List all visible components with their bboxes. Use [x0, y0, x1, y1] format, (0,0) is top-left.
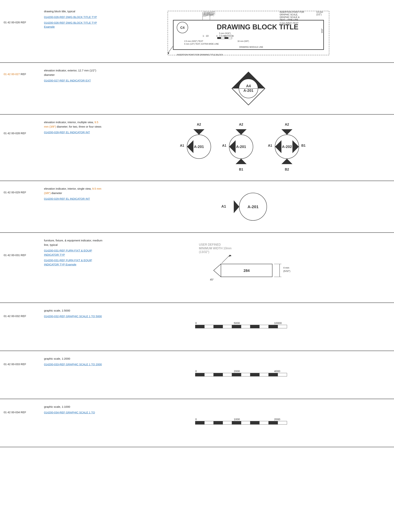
svg-text:A-201: A-201 [236, 145, 246, 149]
ref-031: 01 42 00-031 REF [4, 238, 44, 257]
desc-033: graphic scale, 1:2000 014200-033-REF GRA… [44, 356, 106, 367]
ref-028: 01 42 00-028 REF [4, 120, 44, 135]
svg-text:A2: A2 [285, 123, 289, 126]
svg-rect-92 [223, 325, 232, 328]
ref-suffix-027: REF [21, 73, 26, 76]
svg-marker-49 [193, 129, 204, 135]
desc-032: graphic scale, 1:5000 014200-032-REF GRA… [44, 309, 106, 319]
svg-rect-108 [250, 373, 259, 376]
svg-rect-94 [241, 325, 250, 328]
svg-rect-9 [228, 37, 232, 39]
svg-line-78 [222, 255, 230, 263]
orange-dim-028: 9.5 mm (3/8") [44, 121, 98, 128]
link-027-1[interactable]: 014200-027-REF EL INDICATOR EXT [44, 79, 103, 83]
svg-rect-116 [204, 421, 214, 424]
ref-text-028: 01 42 00-028 REF [4, 132, 26, 135]
svg-rect-6 [217, 37, 221, 39]
elev-int-multi-svg: A2 A1 A-201 A2 A1 A-201 [175, 120, 322, 175]
link-033-1[interactable]: 014200-033-REF GRAPHIC SCALE 1 TO 2000 [44, 362, 103, 367]
visual-029: A1 A-201 [106, 186, 390, 227]
svg-text:MINIMUM WIDTH  10mm: MINIMUM WIDTH 10mm [199, 247, 232, 250]
desc-text-028a: elevation indicator, interior, multiple … [44, 120, 103, 129]
svg-text:INSERTION POINT FOR: INSERTION POINT FOR [280, 11, 304, 13]
svg-text:B2: B2 [285, 168, 289, 171]
svg-text:1000: 1000 [234, 418, 240, 421]
desc-031: furniture, fixture, & equipment indicato… [44, 238, 106, 266]
svg-text:10000: 10000 [274, 321, 282, 325]
svg-text:A1: A1 [268, 144, 272, 147]
svg-line-36 [168, 46, 173, 53]
svg-text:2000: 2000 [274, 418, 280, 421]
svg-rect-117 [214, 421, 223, 424]
svg-text:284: 284 [244, 269, 250, 273]
svg-text:USER DEFINED: USER DEFINED [199, 243, 221, 246]
desc-text-033: graphic scale, 1:2000 [44, 356, 103, 361]
elev-ext-svg: A4 A-201 [221, 68, 276, 109]
desc-text-031: furniture, fixture, & equipment indicato… [44, 238, 103, 247]
svg-rect-115 [195, 421, 204, 424]
row-scale-5000: 01 42 00-032 REF graphic scale, 1:5000 0… [0, 303, 394, 351]
svg-text:5 mm (3/16"): 5 mm (3/16") [219, 32, 231, 34]
svg-text:A1: A1 [180, 144, 184, 147]
svg-rect-103 [204, 373, 214, 376]
link-029-1[interactable]: 014200-029-REF EL INDICATOR INT [44, 197, 103, 201]
svg-rect-91 [214, 325, 223, 328]
svg-rect-8 [225, 37, 228, 39]
svg-text:A-201: A-201 [194, 145, 204, 149]
link-031-1[interactable]: 014200-031-REF FURN FIXT & EQUIP INDICAT… [44, 249, 103, 257]
svg-marker-56 [236, 159, 247, 164]
row-scale-2000: 01 42 00-033 REF graphic scale, 1:2000 0… [0, 351, 394, 399]
svg-text:GRAPHIC SCALE,: GRAPHIC SCALE, [280, 13, 298, 16]
link-026-1[interactable]: 014200-026-REF DWG BLOCK TITLE TYP [44, 15, 103, 19]
ref-text-032: 01 42 00-032 REF [4, 314, 26, 318]
row-furn: 01 42 00-031 REF furniture, fixture, & e… [0, 233, 394, 303]
svg-text:1 : 10: 1 : 10 [202, 35, 209, 37]
visual-031: USER DEFINED MINIMUM WIDTH 10mm (13/32")… [106, 238, 390, 297]
svg-rect-98 [278, 325, 287, 328]
scale-1000-svg: 0 1000 2000 [193, 416, 303, 430]
scale-2000-svg: 0 2000 4000 [193, 367, 303, 382]
svg-text:INSERTION POINT FOR DRAWING TI: INSERTION POINT FOR DRAWING TITLE BLOCK [177, 53, 223, 56]
svg-text:4 mm: 4 mm [283, 266, 289, 269]
visual-034: 0 1000 2000 [106, 404, 390, 441]
visual-026: C4 DRAWING BLOCK TITLE 1 : 10 0 10 20 13… [106, 9, 390, 57]
ref-text-034: 01 42 00-034 REF [4, 411, 26, 414]
svg-text:C4: C4 [180, 26, 184, 30]
desc-text-034: graphic scale, 1:1000 [44, 404, 103, 409]
svg-text:(13/32"): (13/32") [199, 250, 209, 254]
svg-rect-119 [232, 421, 241, 424]
svg-text:6 mm (1/4"): 6 mm (1/4") [203, 14, 214, 16]
svg-rect-123 [269, 421, 278, 424]
svg-rect-7 [221, 37, 225, 39]
link-026-2[interactable]: 014200-026-REF DWG BLOCK TITLE TYP Examp… [44, 21, 103, 29]
svg-text:GRAPHIC SCALE &: GRAPHIC SCALE & [280, 16, 300, 19]
scale-5000-svg: 0 5000 10000 [193, 319, 303, 334]
svg-rect-93 [232, 325, 241, 328]
link-028-1[interactable]: 014200-028-REF EL INDICATOR INT [44, 130, 103, 135]
link-031-2[interactable]: 014200-031-REF FURN FIXT & EQUIP INDICAT… [44, 258, 103, 266]
link-032-1[interactable]: 014200-032-REF GRAPHIC SCALE 1 TO 5000 [44, 314, 103, 319]
svg-marker-37 [168, 52, 169, 54]
link-034-1[interactable]: 014200-034-REF GRAPHIC SCALE 1 TO [44, 410, 103, 415]
ref-prefix-027: 01 42 00-027 [4, 73, 20, 76]
svg-marker-63 [281, 129, 292, 135]
svg-rect-105 [223, 373, 232, 376]
svg-rect-121 [250, 421, 259, 424]
svg-text:5/64": 5/64" [321, 28, 323, 33]
svg-text:2 mm (5/64") TEXT: 2 mm (5/64") TEXT [280, 22, 298, 24]
ref-text-029: 01 42 00-029 REF [4, 191, 26, 194]
svg-text:(5/32"): (5/32") [283, 270, 290, 272]
svg-text:16 mm (5/8"): 16 mm (5/8") [238, 40, 249, 42]
ref-034: 01 42 00-034 REF [4, 404, 44, 415]
svg-rect-0 [168, 11, 329, 55]
svg-text:(1/2"): (1/2") [316, 13, 321, 16]
desc-text-027: elevation indicator, exterior, 12.7 mm (… [44, 68, 103, 77]
visual-028: A2 A1 A-201 A2 A1 A-201 [106, 120, 390, 175]
svg-text:A-201: A-201 [248, 204, 259, 209]
svg-text:B1: B1 [239, 168, 243, 171]
svg-text:45°: 45° [210, 278, 214, 281]
desc-028: elevation indicator, interior, multiple … [44, 120, 106, 135]
svg-rect-106 [232, 373, 241, 376]
svg-text:A-201: A-201 [243, 89, 253, 92]
svg-text:A2: A2 [239, 123, 243, 126]
